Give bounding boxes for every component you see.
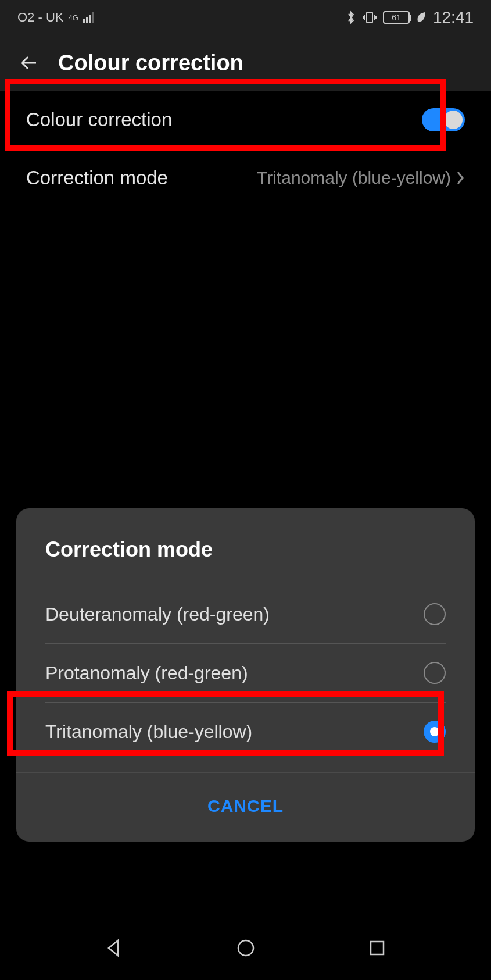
toggle-label: Colour correction bbox=[26, 109, 172, 131]
triangle-back-icon bbox=[104, 938, 124, 958]
status-bar: O2 - UK 4G 61 12:41 bbox=[0, 0, 491, 35]
mode-label: Correction mode bbox=[26, 167, 168, 189]
svg-rect-0 bbox=[367, 12, 372, 23]
chevron-right-icon bbox=[456, 170, 465, 186]
nav-home-button[interactable] bbox=[228, 931, 263, 965]
circle-home-icon bbox=[236, 938, 256, 958]
app-header: Colour correction bbox=[0, 35, 491, 91]
toggle-knob bbox=[444, 111, 463, 129]
option-tritanomaly[interactable]: Tritanomaly (blue-yellow) bbox=[16, 703, 475, 761]
radio-checked-icon bbox=[424, 721, 446, 743]
bluetooth-icon bbox=[346, 10, 356, 25]
battery-text: 61 bbox=[392, 13, 401, 22]
option-protanomaly[interactable]: Protanomaly (red-green) bbox=[16, 644, 475, 702]
svg-point-1 bbox=[238, 940, 253, 956]
nav-back-button[interactable] bbox=[96, 931, 131, 965]
radio-unchecked-icon bbox=[424, 603, 446, 625]
cancel-button[interactable]: CANCEL bbox=[16, 772, 475, 842]
option-deuteranomaly[interactable]: Deuteranomaly (red-green) bbox=[16, 585, 475, 643]
correction-mode-row[interactable]: Correction mode Tritanomaly (blue-yellow… bbox=[0, 149, 491, 207]
nav-recent-button[interactable] bbox=[360, 931, 395, 965]
colour-correction-toggle-row[interactable]: Colour correction bbox=[0, 91, 491, 149]
colour-correction-toggle[interactable] bbox=[422, 108, 465, 131]
back-button[interactable] bbox=[12, 45, 46, 80]
status-left: O2 - UK 4G bbox=[17, 10, 94, 25]
clock-text: 12:41 bbox=[433, 8, 474, 27]
option-label: Deuteranomaly (red-green) bbox=[45, 604, 270, 625]
battery-icon: 61 bbox=[383, 11, 410, 24]
network-badge: 4G bbox=[68, 14, 78, 22]
dialog-title: Correction mode bbox=[16, 508, 475, 585]
status-right: 61 12:41 bbox=[346, 8, 474, 27]
svg-rect-2 bbox=[371, 942, 384, 954]
signal-icon bbox=[83, 12, 94, 23]
vibrate-icon bbox=[362, 10, 377, 24]
correction-mode-dialog: Correction mode Deuteranomaly (red-green… bbox=[16, 508, 475, 842]
square-recent-icon bbox=[368, 939, 386, 957]
system-nav-bar bbox=[0, 916, 491, 980]
leaf-icon bbox=[415, 11, 427, 24]
arrow-left-icon bbox=[17, 51, 41, 74]
option-label: Tritanomaly (blue-yellow) bbox=[45, 721, 252, 743]
option-label: Protanomaly (red-green) bbox=[45, 662, 248, 684]
radio-unchecked-icon bbox=[424, 662, 446, 684]
mode-value: Tritanomaly (blue-yellow) bbox=[257, 168, 451, 188]
page-title: Colour correction bbox=[58, 51, 243, 76]
carrier-label: O2 - UK bbox=[17, 10, 63, 25]
